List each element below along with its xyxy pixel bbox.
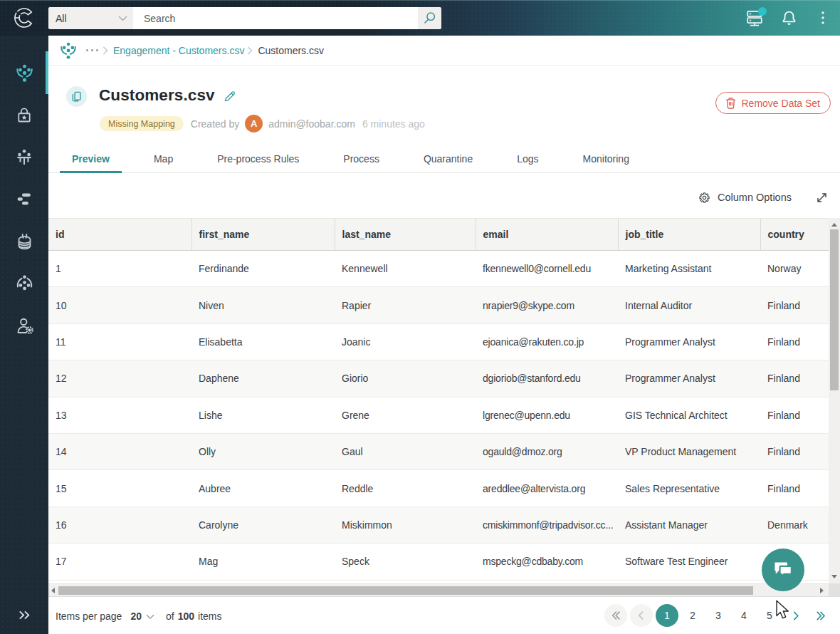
tab-preview[interactable]: Preview [60, 146, 122, 172]
table-cell: Programmer Analyst [618, 360, 760, 397]
chevron-right-icon [247, 46, 253, 55]
table-cell: Joanic [335, 323, 476, 360]
table-cell: Finland [760, 323, 829, 360]
table-row[interactable]: 17MagSpeckmspeckg@cdbaby.comSoftware Tes… [48, 544, 829, 580]
sidebar-item-administration[interactable] [0, 308, 48, 343]
items-per-page-value[interactable]: 20 [130, 610, 142, 622]
column-header-id: id [48, 219, 191, 251]
tab-monitoring[interactable]: Monitoring [571, 146, 641, 172]
tab-quarantine[interactable]: Quarantine [411, 146, 485, 172]
expand-diagonal-icon [815, 191, 829, 204]
column-header-job_title: job_title [618, 219, 760, 251]
overflow-menu-button[interactable] [813, 8, 833, 28]
page-title: Customers.csv [99, 86, 215, 105]
table-cell: Ferdinande [191, 251, 335, 287]
sidebar-item-integrations[interactable] [0, 140, 48, 174]
chat-support-button[interactable] [762, 549, 804, 591]
breadcrumb-ellipsis-button[interactable] [86, 46, 98, 54]
sidebar-item-preparation[interactable] [0, 182, 48, 216]
last-page-button[interactable] [809, 604, 832, 627]
table-cell: Kennewell [335, 251, 476, 287]
table-cell: Reddle [335, 470, 476, 506]
horizontal-scrollbar[interactable] [48, 583, 829, 596]
bell-icon [779, 9, 799, 28]
table-cell: Lishe [191, 397, 335, 433]
scroll-up-arrow-icon[interactable] [831, 223, 837, 227]
table-cell: 14 [48, 433, 191, 469]
table-cell: Carolyne [191, 506, 335, 543]
tab-map[interactable]: Map [142, 146, 185, 172]
previous-page-button[interactable] [630, 604, 653, 627]
app-logo[interactable] [0, 0, 48, 36]
remove-dataset-button[interactable]: Remove Data Set [715, 92, 831, 114]
page-button-4[interactable]: 4 [733, 604, 755, 627]
column-header-first_name: first_name [191, 219, 335, 251]
tab-pre-process-rules[interactable]: Pre-process Rules [205, 146, 311, 172]
breadcrumb-parent-link[interactable]: Engagement - Customers.csv [113, 45, 244, 56]
table-cell: areddlee@altervista.org [476, 470, 618, 506]
column-options-button[interactable]: Column Options [698, 191, 792, 204]
chevron-left-icon [635, 609, 648, 622]
created-time: 6 minutes ago [362, 118, 425, 130]
table-cell: mspeckg@cdbaby.com [476, 544, 618, 580]
sidebar-item-management[interactable] [0, 266, 48, 300]
scroll-right-arrow-icon[interactable] [820, 588, 824, 593]
page-button-1[interactable]: 1 [656, 604, 678, 627]
sidebar-item-ingestion[interactable] [0, 56, 48, 90]
page-button-3[interactable]: 3 [707, 604, 730, 627]
sidebar-item-catalog[interactable] [0, 224, 48, 258]
of-label: of [166, 610, 174, 622]
page-button-2[interactable]: 2 [681, 604, 704, 627]
topbar-actions [745, 0, 833, 36]
table-cell: Internal Auditor [618, 287, 760, 323]
lock-star-icon [15, 105, 33, 125]
table-row[interactable]: 11ElisabettaJoanicejoanica@rakuten.co.jp… [48, 323, 829, 360]
scroll-left-arrow-icon[interactable] [51, 588, 55, 593]
table-row[interactable]: 15AubreeReddleareddlee@altervista.orgSal… [48, 470, 829, 506]
table-cell: nrapier9@skype.com [476, 287, 618, 323]
tab-process[interactable]: Process [331, 146, 392, 172]
table-cell: Software Test Engineer [618, 544, 760, 580]
edit-pencil-icon[interactable] [223, 90, 236, 103]
table-cell: Miskimmon [335, 506, 476, 543]
search-button[interactable] [418, 7, 441, 29]
chevron-down-icon[interactable] [146, 614, 154, 620]
mesh-icon [15, 274, 34, 293]
table-cell: Sales Representative [618, 470, 760, 506]
tab-logs[interactable]: Logs [505, 146, 550, 172]
table-cell: Niven [191, 287, 335, 323]
table-row[interactable]: 10NivenRapiernrapier9@skype.comInternal … [48, 287, 829, 323]
table-row[interactable]: 16CarolyneMiskimmoncmiskimmonf@tripadvis… [48, 506, 829, 543]
creator-email: admin@foobar.com [268, 118, 355, 130]
deployment-status-button[interactable] [745, 8, 765, 28]
expand-grid-button[interactable] [815, 191, 829, 204]
table-cell: 16 [48, 506, 191, 543]
user-gear-icon [15, 316, 34, 336]
scroll-down-arrow-icon[interactable] [831, 575, 837, 578]
search-scope-value: All [56, 13, 67, 24]
chevron-right-icon [103, 46, 108, 55]
horizontal-scrollbar-thumb[interactable] [58, 586, 753, 595]
table-cell: Daphene [191, 360, 335, 397]
sidebar-item-governance[interactable] [0, 98, 48, 132]
table-row[interactable]: 1FerdinandeKennewellfkennewell0@cornell.… [48, 251, 829, 287]
first-page-button[interactable] [604, 604, 627, 627]
table-cell: Denmark [760, 506, 829, 543]
table-row[interactable]: 12DapheneGioriodgioriob@stanford.eduProg… [48, 360, 829, 397]
search-scope-select[interactable]: All [48, 7, 133, 29]
chat-bubbles-icon [769, 556, 797, 584]
next-page-button[interactable] [784, 604, 807, 627]
rules-icon [15, 189, 33, 209]
table-row[interactable]: 14OllyGaulogauld@dmoz.orgVP Product Mana… [48, 433, 829, 469]
page-button-5[interactable]: 5 [758, 604, 781, 627]
table-row[interactable]: 13LisheGrenelgrenec@upenn.eduGIS Technic… [48, 397, 829, 433]
vertical-scrollbar[interactable] [829, 218, 840, 583]
table-cell: Programmer Analyst [618, 323, 760, 360]
table-cell: Elisabetta [191, 323, 335, 360]
notifications-button[interactable] [779, 8, 799, 28]
table-cell: Marketing Assistant [618, 251, 760, 287]
search-input[interactable] [133, 7, 418, 29]
sidebar-expand-button[interactable] [0, 600, 48, 630]
vertical-scrollbar-thumb[interactable] [830, 229, 839, 390]
column-header-country: country [760, 219, 829, 251]
